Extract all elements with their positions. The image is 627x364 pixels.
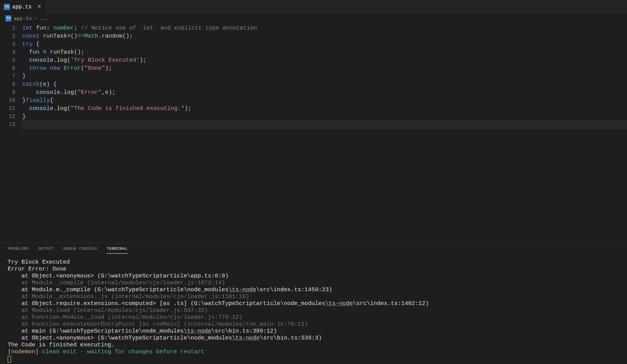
line-number: 4	[0, 48, 22, 56]
terminal-line: at Object.require.extensions.<computed> …	[8, 300, 619, 307]
line-number: 7	[0, 72, 22, 80]
panel-tab-debug-console[interactable]: DEBUG CONSOLE	[63, 246, 98, 254]
terminal-line: Try Block Executed	[8, 259, 619, 266]
code-line[interactable]: const runTask=()=>Math.random();	[22, 32, 627, 40]
line-number-gutter: 12345678910111213	[0, 23, 22, 243]
line-number: 10	[0, 97, 22, 105]
panel-tabs: PROBLEMSOUTPUTDEBUG CONSOLETERMINAL	[0, 243, 627, 254]
code-line[interactable]: }	[22, 72, 627, 80]
terminal-line: [nodemon] clean exit - waiting for chang…	[8, 349, 619, 356]
code-line[interactable]	[22, 121, 627, 129]
breadcrumb-file: app.ts	[14, 16, 32, 21]
chevron-right-icon: ›	[34, 16, 37, 21]
terminal-output[interactable]: Try Block ExecutedError Error: Done at O…	[0, 254, 627, 364]
typescript-icon: TS	[5, 15, 12, 21]
terminal-line: at Module._extensions..js (internal/modu…	[8, 293, 619, 300]
code-line[interactable]: console.log("Error",e);	[22, 89, 627, 97]
terminal-line: Error Error: Done	[8, 266, 619, 273]
breadcrumb-trail: ...	[39, 16, 48, 21]
line-number: 3	[0, 40, 22, 48]
tab-label: app.ts	[12, 4, 31, 10]
line-number: 2	[0, 32, 22, 40]
panel-tab-problems[interactable]: PROBLEMS	[8, 246, 29, 254]
code-line[interactable]: try {	[22, 40, 627, 48]
code-line[interactable]: let fun: number; // Notice use of `let` …	[22, 24, 627, 32]
breadcrumb[interactable]: TS app.ts › ...	[0, 13, 627, 23]
panel-tab-output[interactable]: OUTPUT	[38, 246, 54, 254]
line-number: 5	[0, 56, 22, 64]
line-number: 13	[0, 121, 22, 129]
typescript-icon: TS	[4, 4, 10, 10]
terminal-line: at Object.<anonymous> (G:\watchTypeScrip…	[8, 335, 619, 342]
close-icon[interactable]: ×	[36, 4, 42, 10]
code-editor[interactable]: 12345678910111213 let fun: number; // No…	[0, 23, 627, 243]
code-line[interactable]: catch(e) {	[22, 80, 627, 89]
tab-app-ts[interactable]: TS app.ts ×	[0, 0, 46, 13]
terminal-line: The Code is finished executing.	[8, 342, 619, 349]
terminal-line: at Object.<anonymous> (G:\watchTypeScrip…	[8, 273, 619, 280]
line-number: 6	[0, 64, 22, 72]
line-number: 11	[0, 105, 22, 113]
line-number: 9	[0, 89, 22, 97]
line-number: 1	[0, 24, 22, 32]
code-line[interactable]: console.log('Try Block Executed');	[22, 56, 627, 64]
code-line[interactable]: fun = runTask();	[22, 48, 627, 56]
code-area[interactable]: let fun: number; // Notice use of `let` …	[22, 23, 627, 243]
terminal-line: at Module._compile (internal/modules/cjs…	[8, 280, 619, 287]
terminal-line: at Module.load (internal/modules/cjs/loa…	[8, 307, 619, 314]
line-number: 8	[0, 80, 22, 89]
terminal-cursor-line[interactable]	[8, 356, 619, 362]
code-line[interactable]: }finally{	[22, 97, 627, 105]
panel-tab-terminal[interactable]: TERMINAL	[107, 246, 128, 254]
bottom-panel: PROBLEMSOUTPUTDEBUG CONSOLETERMINAL Try …	[0, 243, 627, 364]
terminal-line: at Function.Module._load (internal/modul…	[8, 314, 619, 321]
editor-tabs-bar: TS app.ts ×	[0, 0, 627, 13]
code-line[interactable]: }	[22, 113, 627, 121]
code-line[interactable]: throw new Error("Done");	[22, 64, 627, 72]
cursor-icon	[8, 356, 11, 362]
terminal-line: at main (G:\watchTypeScriptarticle\node_…	[8, 328, 619, 335]
terminal-line: at Module.m._compile (G:\watchTypeScript…	[8, 287, 619, 293]
code-line[interactable]: console.log("The Code is finished execut…	[22, 105, 627, 113]
terminal-line: at Function.executeUserEntryPoint [as ru…	[8, 321, 619, 328]
line-number: 12	[0, 113, 22, 121]
